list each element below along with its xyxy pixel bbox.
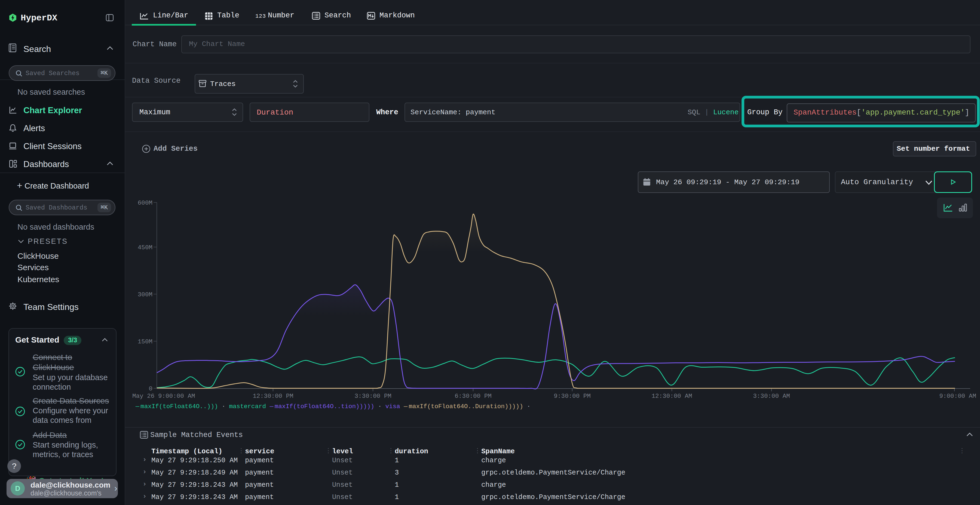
svg-text:300M: 300M	[138, 291, 153, 298]
svg-text:450M: 450M	[138, 244, 153, 251]
svg-text:6:30:00 PM: 6:30:00 PM	[455, 392, 492, 400]
svg-text:9:30:00 PM: 9:30:00 PM	[554, 392, 591, 400]
svg-text:9:00:00 AM: 9:00:00 AM	[939, 392, 976, 400]
svg-text:0: 0	[149, 385, 153, 392]
svg-text:3:30:00 AM: 3:30:00 AM	[753, 392, 790, 400]
svg-text:12:30:00 AM: 12:30:00 AM	[651, 392, 692, 400]
svg-text:3:30:00 PM: 3:30:00 PM	[355, 392, 391, 400]
svg-text:600M: 600M	[138, 199, 153, 206]
svg-text:12:30:00 PM: 12:30:00 PM	[253, 392, 293, 400]
svg-text:150M: 150M	[138, 338, 153, 345]
svg-text:May 26 9:00:00 AM: May 26 9:00:00 AM	[132, 392, 195, 400]
